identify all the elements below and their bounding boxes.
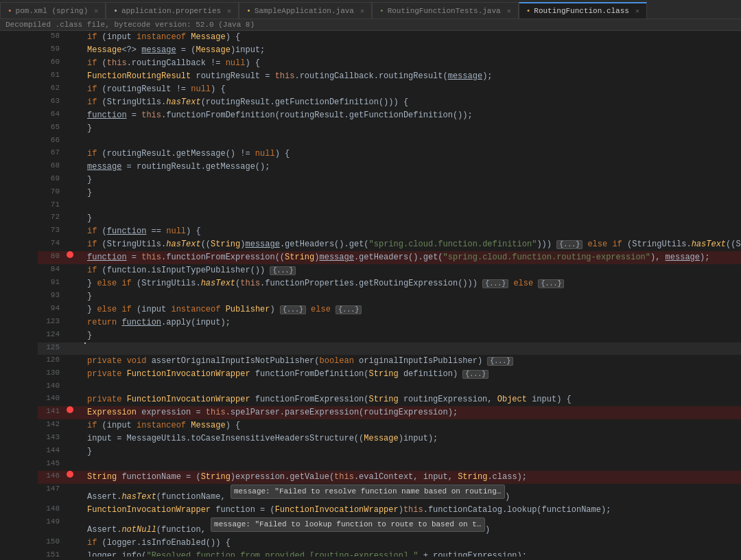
code-line-65: 65 }: [38, 122, 741, 135]
code-line-91: 91 } else if (StringUtils.hasText(this.f…: [38, 277, 741, 290]
code-line-148: 148 FunctionInvocationWrapper function =…: [38, 504, 741, 517]
code-line-130: 130 private FunctionInvocationWrapper fu…: [38, 368, 741, 381]
tab-icon-pom: •: [8, 7, 12, 15]
code-line-80: 80 function = this.functionFromExpressio…: [38, 251, 741, 264]
code-line-63: 63 if (StringUtils.hasText(routingResult…: [38, 96, 741, 109]
code-line-67: 67 if (routingResult.getMessage() != nul…: [38, 148, 741, 161]
code-line-141: 141 Expression expression = this.spelPar…: [38, 406, 741, 419]
code-line-123: 123 return function.apply(input);: [38, 316, 741, 329]
tab-icon-props: •: [113, 7, 118, 15]
code-line-71: 71: [38, 200, 741, 212]
code-content[interactable]: 58 if (input instanceof Message) { 59 Me…: [38, 31, 741, 557]
code-line-64: 64 function = this.functionFromDefinitio…: [38, 109, 741, 122]
code-line-60: 60 if (this.routingCallback != null) {: [38, 57, 741, 70]
tab-pom-xml[interactable]: • pom.xml (spring) ✕: [0, 2, 106, 19]
tab-app-props[interactable]: • application.properties ✕: [106, 2, 239, 19]
code-line-147: 147 Assert.hasText(functionName, message…: [38, 484, 741, 504]
code-line-94: 94 } else if (input instanceof Publisher…: [38, 303, 741, 316]
code-line-73: 73 if (function == null) {: [38, 225, 741, 238]
code-line-124: 124 }: [38, 329, 741, 342]
close-tab-sample[interactable]: ✕: [360, 7, 364, 15]
code-line-149: 149 Assert.notNull(function, message: "F…: [38, 517, 741, 537]
tab-routing-function[interactable]: • RoutingFunction.class ✕: [519, 2, 647, 19]
code-area: 58 if (input instanceof Message) { 59 Me…: [0, 31, 741, 557]
code-line-66: 66: [38, 135, 741, 148]
code-line-59: 59 Message<?> message = (Message)input;: [38, 44, 741, 57]
tab-icon-class: •: [526, 7, 531, 15]
tab-icon-tests: •: [379, 7, 384, 15]
code-line-144: 144 }: [38, 445, 741, 458]
code-line-150: 150 if (logger.isInfoEnabled()) {: [38, 537, 741, 550]
code-line-69: 69 }: [38, 174, 741, 187]
tab-icon-sample: •: [246, 7, 251, 15]
info-bar: Decompiled .class file, bytecode version…: [0, 19, 741, 31]
tab-sample-app[interactable]: • SampleApplication.java ✕: [239, 2, 372, 19]
code-line-126: 126 private void assertOriginalInputIsNo…: [38, 355, 741, 368]
code-line-142: 142 if (input instanceof Message) {: [38, 419, 741, 432]
close-tab-tests[interactable]: ✕: [507, 7, 511, 15]
code-line-146: 146 String functionName = (String)expres…: [38, 471, 741, 484]
code-line-140: 140: [38, 381, 741, 393]
code-line-58: 58 if (input instanceof Message) {: [38, 31, 741, 44]
code-line-140b: 140 private FunctionInvocationWrapper fu…: [38, 393, 741, 406]
tab-routing-tests[interactable]: • RoutingFunctionTests.java ✕: [372, 2, 519, 19]
close-tab-pom[interactable]: ✕: [94, 7, 98, 15]
code-line-68: 68 message = routingResult.getMessage();: [38, 161, 741, 174]
code-line-93: 93 }: [38, 290, 741, 303]
code-line-62: 62 if (routingResult != null) {: [38, 83, 741, 96]
tab-bar: • pom.xml (spring) ✕ • application.prope…: [0, 0, 741, 19]
code-line-125: 125: [38, 342, 741, 355]
code-line-72: 72 }: [38, 212, 741, 225]
close-tab-props[interactable]: ✕: [227, 7, 231, 15]
code-line-74: 74 if (StringUtils.hasText((String)messa…: [38, 238, 741, 251]
code-line-84: 84 if (function.isInputTypePublisher()) …: [38, 264, 741, 277]
code-line-145: 145: [38, 458, 741, 471]
gutter: [0, 31, 38, 557]
code-line-61: 61 FunctionRoutingResult routingResult =…: [38, 70, 741, 83]
code-line-70: 70 }: [38, 187, 741, 200]
code-line-151: 151 logger.info("Resolved function from …: [38, 550, 741, 557]
code-line-143: 143 input = MessageUtils.toCaseInsensiti…: [38, 432, 741, 445]
close-tab-routing[interactable]: ✕: [635, 7, 639, 15]
